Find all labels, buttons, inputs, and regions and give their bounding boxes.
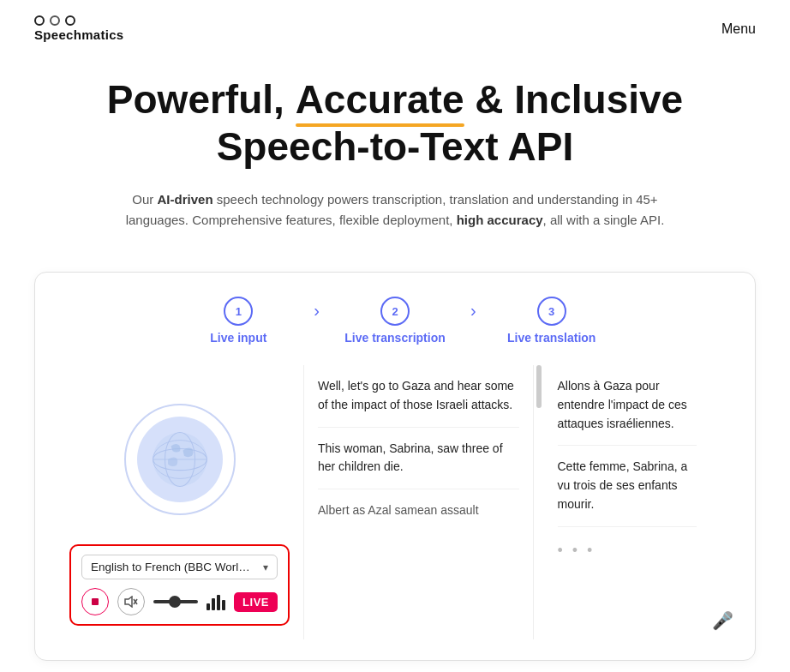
subtitle-end: , all with a single API. bbox=[543, 213, 665, 227]
step-1-label: Live input bbox=[210, 331, 266, 345]
bar-3 bbox=[217, 595, 220, 610]
step-3: 3 Live translation bbox=[483, 297, 620, 345]
logo-dot-2 bbox=[50, 15, 60, 26]
hero-title-part1: Powerful, bbox=[107, 77, 296, 122]
playback-row: LIVE bbox=[81, 588, 278, 615]
globe-container bbox=[124, 374, 236, 544]
volume-thumb bbox=[169, 596, 181, 608]
transcript-item-1: This woman, Sabrina, saw three of her ch… bbox=[318, 428, 519, 489]
step-arrow-1: › bbox=[314, 301, 320, 321]
step-3-circle: 3 bbox=[537, 297, 566, 326]
microphone-icon: 🎤 bbox=[712, 610, 733, 631]
translation-item-0: Allons à Gaza pour entendre l'impact de … bbox=[558, 365, 697, 446]
step-1: 1 Live input bbox=[170, 297, 307, 345]
content-row: English to French (BBC Worl… ▾ bbox=[56, 365, 734, 639]
svg-rect-5 bbox=[92, 598, 99, 605]
control-bar: English to French (BBC Worl… ▾ bbox=[69, 544, 290, 626]
globe-inner bbox=[137, 417, 223, 502]
step-3-label: Live translation bbox=[507, 331, 595, 345]
logo-dots bbox=[34, 15, 75, 26]
language-label: English to French (BBC Worl… bbox=[91, 561, 250, 573]
subtitle-text: Our bbox=[132, 192, 157, 207]
live-input-panel: English to French (BBC Worl… ▾ bbox=[56, 365, 304, 639]
step-2-circle: 2 bbox=[380, 297, 410, 326]
logo: Speechmatics bbox=[34, 15, 123, 42]
translation-panel: Allons à Gaza pour entendre l'impact de … bbox=[544, 365, 711, 639]
menu-button[interactable]: Menu bbox=[721, 21, 756, 37]
chevron-down-icon: ▾ bbox=[263, 561, 268, 573]
logo-text: Speechmatics bbox=[34, 27, 123, 42]
mute-icon bbox=[124, 596, 138, 608]
translation-dots: • • • bbox=[558, 542, 595, 559]
bar-4 bbox=[222, 600, 225, 610]
stop-button[interactable] bbox=[81, 588, 109, 615]
scrollbar-thumb bbox=[536, 365, 542, 408]
translation-item-1: Cette femme, Sabrina, a vu trois de ses … bbox=[558, 446, 697, 526]
translation-area: Allons à Gaza pour entendre l'impact de … bbox=[534, 365, 735, 639]
header: Speechmatics Menu bbox=[0, 0, 790, 51]
transcript-item-2: Albert as Azal samean assault bbox=[318, 489, 519, 532]
step-1-circle: 1 bbox=[224, 297, 253, 326]
live-badge[interactable]: LIVE bbox=[234, 592, 278, 612]
step-2: 2 Live transcription bbox=[326, 297, 464, 345]
translation-item-2: • • • bbox=[558, 527, 697, 575]
logo-dot-1 bbox=[34, 15, 45, 26]
step-2-label: Live transcription bbox=[344, 331, 445, 345]
hero-title: Powerful, Accurate & Inclusive Speech-to… bbox=[51, 76, 739, 171]
hero-subtitle: Our AI-driven speech technology powers t… bbox=[104, 189, 686, 231]
demo-card: 1 Live input › 2 Live transcription › 3 … bbox=[34, 272, 756, 661]
mute-button[interactable] bbox=[117, 588, 145, 615]
subtitle-bold1: AI-driven bbox=[158, 192, 213, 207]
transcription-panel: Well, let's go to Gaza and hear some of … bbox=[304, 365, 534, 639]
stop-icon bbox=[90, 597, 100, 607]
mic-area: 🎤 bbox=[710, 365, 734, 639]
steps-row: 1 Live input › 2 Live transcription › 3 … bbox=[56, 297, 734, 345]
step-arrow-2: › bbox=[470, 301, 476, 321]
hero-title-underlined: Accurate bbox=[296, 76, 464, 123]
volume-slider[interactable] bbox=[153, 600, 198, 603]
transcript-item-0: Well, let's go to Gaza and hear some of … bbox=[318, 365, 519, 427]
logo-dot-3 bbox=[65, 15, 75, 26]
scrollbar[interactable] bbox=[534, 365, 544, 639]
bar-1 bbox=[206, 603, 210, 610]
globe-icon bbox=[150, 429, 210, 489]
subtitle-bold2: high accuracy bbox=[457, 213, 543, 227]
bars-icon bbox=[206, 593, 225, 610]
svg-marker-6 bbox=[125, 597, 132, 607]
globe-outer bbox=[124, 404, 236, 515]
bar-2 bbox=[212, 598, 215, 610]
language-selector[interactable]: English to French (BBC Worl… ▾ bbox=[81, 555, 278, 579]
hero-section: Powerful, Accurate & Inclusive Speech-to… bbox=[0, 51, 790, 248]
